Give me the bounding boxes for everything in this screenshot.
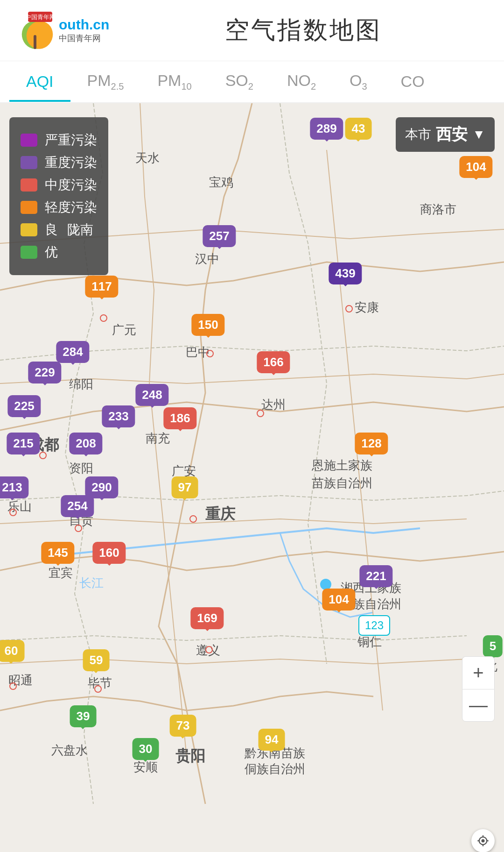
marker-59[interactable]: 59: [83, 649, 110, 671]
dot-leshan: [9, 509, 17, 516]
zoom-out-button[interactable]: —: [462, 689, 495, 722]
marker-257[interactable]: 257: [203, 225, 236, 247]
city-ankang: 安康: [355, 299, 379, 316]
marker-215[interactable]: 215: [7, 433, 40, 454]
marker-233[interactable]: 233: [102, 405, 135, 427]
legend-color-light: [21, 201, 37, 214]
city-tongren: 铜仁: [357, 634, 382, 650]
city-dazhou: 达州: [261, 397, 286, 413]
svg-text:中国青年网: 中国青年网: [25, 14, 56, 21]
dot-bazhong: [206, 350, 214, 357]
dot-bijie: [94, 685, 102, 693]
city-enshi-1: 恩施土家族: [312, 457, 372, 474]
tab-o3[interactable]: O3: [333, 61, 384, 102]
marker-104-low[interactable]: 104: [322, 589, 355, 611]
legend-item-good: 良 陇南: [21, 221, 97, 239]
marker-225[interactable]: 225: [7, 395, 41, 417]
marker-104-xian[interactable]: 104: [459, 156, 492, 178]
legend-item-excellent: 优: [21, 243, 97, 261]
legend-label-excellent: 优: [45, 243, 58, 261]
marker-254[interactable]: 254: [61, 495, 94, 517]
tab-aqi[interactable]: AQI: [9, 62, 70, 101]
marker-39[interactable]: 39: [70, 705, 97, 727]
marker-186[interactable]: 186: [163, 407, 196, 429]
city-enshi-2: 苗族自治州: [312, 475, 372, 491]
marker-60[interactable]: 60: [0, 640, 24, 662]
header: 中国青年网 outh.cn 中国青年网 空气指数地图: [0, 0, 504, 61]
city-yangtze: 长江: [79, 575, 104, 591]
marker-166[interactable]: 166: [257, 351, 290, 373]
logo-brand: outh.cn: [59, 17, 109, 33]
legend-color-good: [21, 223, 37, 236]
tab-so2[interactable]: SO2: [209, 61, 270, 102]
city-selector-name: 西安: [436, 124, 468, 145]
legend: 严重污染 重度污染 中度污染 轻度污染 良 陇南 优: [9, 117, 108, 275]
page-title: 空气指数地图: [117, 14, 490, 47]
marker-221[interactable]: 221: [359, 565, 392, 587]
city-baoji: 宝鸡: [209, 174, 233, 191]
legend-item-severe: 严重污染: [21, 131, 97, 149]
map-container[interactable]: 严重污染 重度污染 中度污染 轻度污染 良 陇南 优 本市 西安 ▼ 天水 宝鸡: [0, 103, 504, 852]
location-button[interactable]: [471, 829, 495, 852]
legend-color-moderate: [21, 178, 37, 192]
marker-123[interactable]: 123: [358, 615, 390, 636]
legend-place-1: 陇南: [67, 221, 93, 239]
logo-area: 中国青年网 outh.cn 中国青年网: [14, 9, 117, 51]
city-selector[interactable]: 本市 西安 ▼: [396, 117, 495, 152]
dot-guangyuan: [100, 314, 107, 322]
dot-dazhou: [257, 410, 264, 417]
tab-pm25[interactable]: PM2.5: [70, 61, 141, 102]
legend-color-heavy: [21, 156, 37, 169]
city-yibin: 宜宾: [49, 565, 73, 581]
marker-150[interactable]: 150: [191, 314, 224, 336]
svg-rect-2: [34, 35, 36, 49]
dot-ankang: [345, 305, 353, 312]
marker-43[interactable]: 43: [345, 118, 372, 140]
dot-chongqing: [189, 515, 197, 523]
city-chongqing: 重庆: [205, 504, 235, 525]
marker-94[interactable]: 94: [259, 729, 285, 751]
city-ziyang: 资阳: [69, 460, 93, 476]
logo-icon: 中国青年网: [14, 9, 56, 51]
legend-color-excellent: [21, 246, 37, 259]
city-qiandongnan-2: 侗族自治州: [245, 761, 305, 777]
logo-subtitle: 中国青年网: [59, 33, 109, 44]
dropdown-arrow-icon: ▼: [472, 127, 485, 142]
city-liupanshui: 六盘水: [51, 742, 88, 759]
city-guiyang: 贵阳: [175, 746, 205, 767]
city-guangyuan: 广元: [112, 322, 136, 338]
zoom-in-button[interactable]: +: [462, 656, 495, 689]
legend-label-heavy: 重度污染: [45, 154, 97, 171]
svg-point-1: [22, 17, 56, 51]
marker-128[interactable]: 128: [355, 433, 388, 454]
marker-284[interactable]: 284: [56, 341, 89, 363]
marker-30[interactable]: 30: [133, 738, 159, 760]
legend-label-good: 良: [45, 221, 58, 239]
tab-pm10[interactable]: PM10: [140, 61, 208, 102]
city-hanzhong: 汉中: [195, 251, 219, 267]
marker-208[interactable]: 208: [69, 433, 102, 454]
marker-229[interactable]: 229: [28, 362, 61, 383]
legend-label-light: 轻度污染: [45, 199, 97, 216]
dot-169: [205, 646, 213, 653]
marker-117[interactable]: 117: [85, 276, 118, 298]
svg-point-6: [482, 839, 485, 842]
marker-169[interactable]: 169: [190, 607, 224, 629]
marker-5[interactable]: 5: [483, 635, 503, 657]
zoom-controls: + —: [462, 656, 495, 722]
city-mianyang: 绵阳: [69, 376, 93, 392]
marker-248[interactable]: 248: [135, 384, 168, 406]
marker-160[interactable]: 160: [92, 542, 126, 564]
city-shangluo: 商洛市: [420, 201, 456, 218]
marker-439[interactable]: 439: [329, 263, 362, 284]
legend-label-moderate: 中度污染: [45, 176, 97, 194]
marker-97[interactable]: 97: [172, 476, 198, 498]
marker-73[interactable]: 73: [170, 715, 196, 737]
dot-zhaotong: [9, 682, 17, 690]
legend-color-severe: [21, 134, 37, 147]
marker-289[interactable]: 289: [310, 118, 343, 140]
marker-213[interactable]: 213: [0, 476, 29, 498]
tab-co[interactable]: CO: [384, 62, 441, 101]
marker-145[interactable]: 145: [41, 542, 74, 564]
tab-no2[interactable]: NO2: [270, 61, 333, 102]
